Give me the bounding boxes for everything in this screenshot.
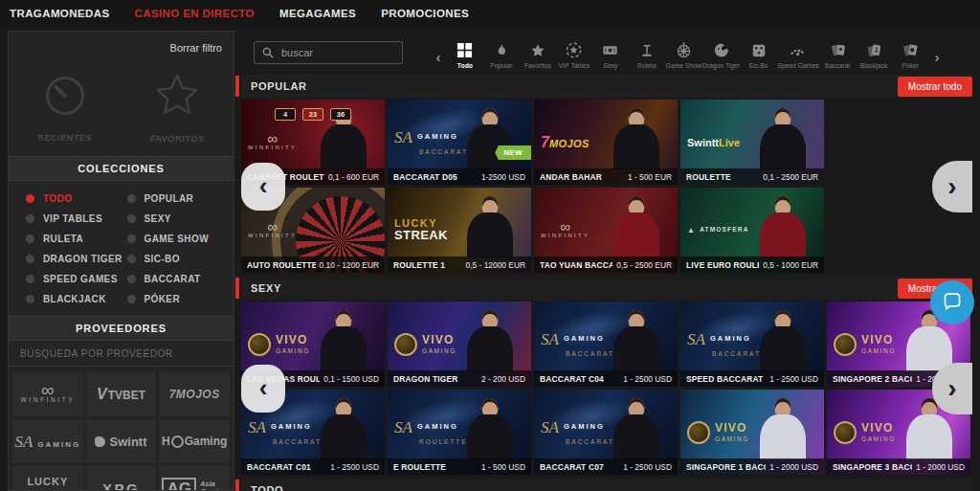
provider-search-input[interactable]: BÚSQUEDA POR PROVEEDOR: [9, 341, 234, 367]
dice-icon: [751, 42, 767, 58]
card-row: ∞WINFINITY42336 CABARET ROULETTE 0,1 - 6…: [241, 100, 972, 185]
category-item-todo[interactable]: Todo: [447, 42, 482, 69]
category-item-dragon-tiger[interactable]: Dragon Tiger: [702, 42, 740, 69]
carousel-prev-button[interactable]: ‹: [241, 365, 285, 413]
provider-tile-sa[interactable]: SAGAMING: [12, 419, 83, 463]
category-item-sic-bo[interactable]: Sic-Bo: [741, 42, 776, 69]
game-label-bar: TAO YUAN BACCARA... 0,5 - 2500 EUR: [534, 257, 678, 273]
search-input[interactable]: [279, 46, 389, 59]
game-label-bar: BACCARAT C04 1 - 2500 USD: [534, 370, 678, 387]
category-item-blackjack[interactable]: 1 Blackjack: [857, 42, 892, 69]
game-stakes: 1 - 2000 USD: [769, 462, 818, 472]
game-card[interactable]: SAGAMINGBACCARAT SPEED BACCARAT C08 1 - …: [680, 301, 824, 387]
carousel-next-button[interactable]: ›: [932, 363, 972, 414]
collection-item[interactable]: SIC-BO: [127, 253, 229, 264]
game-label-bar: BACCARAT D05 1-2500 USD: [388, 168, 531, 185]
provider-tile-swintt[interactable]: Swintt: [86, 419, 157, 463]
provider-tile-ag[interactable]: AGAsiaGaming: [159, 466, 230, 491]
nav-item[interactable]: TRAGAMONEDAS: [10, 8, 109, 19]
provider-tile-winfinity[interactable]: ∞WINFINITY: [12, 372, 83, 416]
clear-filter-link[interactable]: Borrar filtro: [170, 42, 222, 54]
category-item-baccarat[interactable]: Baccarat: [820, 42, 856, 69]
game-card[interactable]: LUCKYSTREAK ROULETTE 1 0,5 - 12000 EUR: [388, 188, 531, 273]
game-label-bar: ROULETTE 1 0,5 - 12000 EUR: [388, 257, 531, 273]
croupier-rake-icon: [639, 42, 655, 58]
game-card[interactable]: 7MOJOS ANDAR BAHAR 1 - 500 EUR: [534, 100, 678, 185]
provider-tile-ho[interactable]: HGaming: [159, 419, 230, 463]
nav-item-label: TRAGAMONEDAS: [10, 8, 109, 19]
game-name: E ROULETTE: [393, 462, 446, 472]
flame-icon: [494, 42, 509, 58]
collection-label: TODO: [43, 193, 72, 204]
game-label-bar: ANDAR BAHAR 1 - 500 EUR: [534, 168, 678, 185]
providers-grid: ∞WINFINITYVTVBET7MOJOSSAGAMINGSwinttHGam…: [9, 367, 234, 491]
game-card[interactable]: VIVOGAMING DRAGON TIGER 2 - 200 USD: [388, 301, 531, 387]
category-item-vip-tables[interactable]: VIP Tables: [556, 42, 591, 69]
category-item-póker[interactable]: Póker: [893, 42, 928, 69]
nav-item[interactable]: CASINO EN DIRECTO: [134, 8, 254, 19]
category-label: VIP Tables: [559, 62, 590, 69]
provider-logo-swintt: SwinttLive: [687, 136, 740, 148]
category-label: Dragon Tiger: [702, 62, 740, 69]
collection-item[interactable]: POPULAR: [127, 192, 229, 204]
collection-item[interactable]: VIP TABLES: [26, 212, 127, 224]
collection-item[interactable]: PÓKER: [127, 293, 229, 304]
collection-item[interactable]: DRAGON TIGER: [26, 253, 127, 264]
game-name: SINGAPORE 1 BACCA...: [686, 462, 766, 472]
nav-item[interactable]: PROMOCIONES: [381, 8, 469, 19]
collection-item[interactable]: TODO: [26, 192, 127, 204]
winning-numbers: 42336: [275, 108, 351, 121]
game-label-bar: DRAGON TIGER 2 - 200 USD: [388, 370, 531, 387]
category-item-sexy[interactable]: Sexy: [592, 42, 628, 69]
category-item-favoritos[interactable]: Favoritos: [520, 42, 555, 69]
carousel-next-button[interactable]: ›: [932, 161, 972, 212]
provider-tile-lucky[interactable]: LUCKYSTREAK: [12, 466, 83, 491]
game-name: DRAGON TIGER: [393, 374, 458, 384]
provider-logo-sa: SAGAMINGBACCARAT: [248, 418, 330, 446]
provider-logo-sa: SAGAMINGBACCARAT: [394, 128, 477, 156]
category-item-speed-games[interactable]: Speed Games: [777, 42, 818, 69]
category-next-icon[interactable]: ›: [929, 42, 946, 64]
game-card[interactable]: VIVOGAMING SINGAPORE 1 BACCA... 1 - 2000…: [680, 390, 824, 475]
collection-item[interactable]: BACCARAT: [127, 273, 229, 284]
filter-head: Borrar filtro: [9, 32, 234, 60]
collection-item[interactable]: BLACKJACK: [26, 293, 127, 304]
section-header: POPULAR Mostrar todo: [241, 75, 972, 98]
provider-tile-tvbet[interactable]: VTVBET: [86, 372, 157, 416]
game-name: ANDAR BAHAR: [540, 172, 602, 182]
category-item-ruleta[interactable]: Ruleta: [629, 42, 664, 69]
recent-filter-tile[interactable]: RECIENTES: [9, 60, 122, 156]
category-label: Póker: [902, 62, 919, 69]
collection-label: VIP TABLES: [43, 213, 102, 224]
radio-bullet-icon: [127, 194, 136, 203]
provider-logo-sa: SAGAMINGROULETTE: [394, 418, 477, 446]
chat-button[interactable]: [930, 280, 974, 324]
dragon-icon: [713, 42, 729, 58]
game-card[interactable]: SAGAMINGBACCARAT BACCARAT C07 1 - 2500 U…: [534, 390, 678, 475]
category-label: Game Show: [665, 62, 701, 69]
favorites-filter-tile[interactable]: FAVORITOS: [122, 60, 234, 156]
category-item-game-show[interactable]: Game Show: [665, 42, 701, 69]
provider-tile-xpg[interactable]: XPG: [86, 466, 157, 491]
game-card[interactable]: SAGAMINGROULETTE E ROULETTE 1 - 500 USD: [388, 390, 531, 475]
game-stakes: 1 - 2500 USD: [769, 374, 818, 384]
game-card[interactable]: SwinttLive ROULETTE 0,1 - 2500 EUR: [680, 100, 824, 185]
game-name: ROULETTE: [686, 172, 731, 182]
game-card[interactable]: SAGAMINGBACCARAT BACCARAT D05 1-2500 USD…: [388, 100, 531, 185]
category-label: Ruleta: [637, 62, 657, 69]
collection-item[interactable]: GAME SHOW: [127, 233, 229, 244]
category-prev-icon[interactable]: ‹: [430, 42, 446, 64]
collection-item[interactable]: RULETA: [26, 233, 127, 244]
provider-tile-mojos[interactable]: 7MOJOS: [159, 372, 230, 416]
game-card[interactable]: ∞WINFINITY TAO YUAN BACCARA... 0,5 - 250…: [534, 188, 678, 273]
carousel-prev-button[interactable]: ‹: [241, 163, 285, 211]
game-card[interactable]: ▲ATMOSFERA LIVE EURO ROULETTE 0,5 - 1000…: [680, 188, 824, 273]
category-item-popular[interactable]: Popular: [483, 42, 519, 69]
collection-item[interactable]: SEXY: [127, 212, 229, 224]
collection-item[interactable]: SPEED GAMES: [26, 273, 127, 284]
show-all-button[interactable]: Mostrar todo: [898, 77, 972, 97]
nav-item[interactable]: MEGAGAMES: [279, 8, 356, 19]
cards-icon: [830, 42, 846, 58]
game-label-bar: BACCARAT C01 1 - 2500 USD: [241, 458, 385, 475]
game-card[interactable]: SAGAMINGBACCARAT BACCARAT C04 1 - 2500 U…: [534, 301, 678, 387]
